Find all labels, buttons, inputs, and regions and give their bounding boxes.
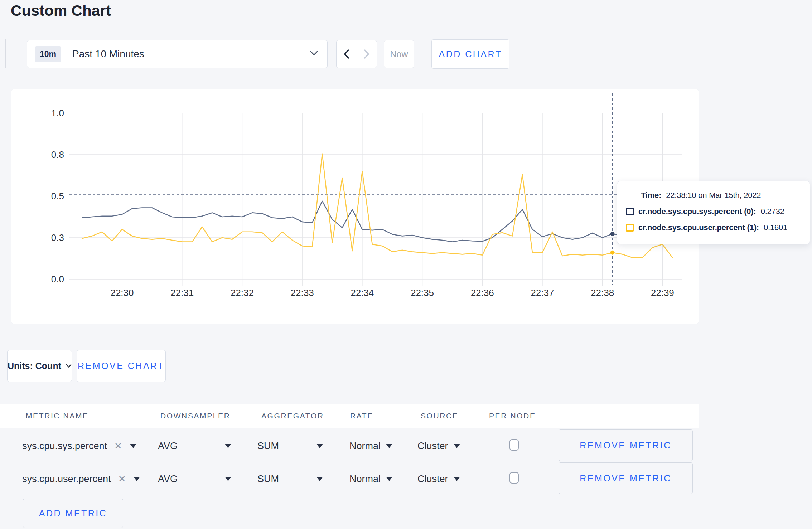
- chevron-down-icon: [386, 477, 392, 481]
- tooltip-series-sys-name: cr.node.sys.cpu.sys.percent (0):: [638, 207, 756, 216]
- units-label: Units: Count: [8, 361, 61, 371]
- rate-select[interactable]: Normal: [349, 462, 392, 495]
- add-metric-button[interactable]: ADD METRIC: [23, 499, 123, 528]
- metric-name-value: sys.cpu.user.percent: [22, 474, 111, 485]
- table-row: sys.cpu.sys.percent ✕ AVG SUM Normal Clu…: [0, 429, 699, 462]
- chevron-down-icon: [225, 444, 231, 448]
- tooltip-time-value: 22:38:10 on Mar 15th, 2022: [666, 191, 761, 200]
- chevron-left-icon: [344, 49, 349, 59]
- col-header-aggregator: AGGREGATOR: [261, 412, 324, 420]
- remove-metric-button[interactable]: REMOVE METRIC: [559, 429, 693, 461]
- tooltip-time-label: Time:: [641, 191, 661, 200]
- time-range-dropdown[interactable]: 10m Past 10 Minutes: [27, 40, 328, 68]
- svg-text:22:37: 22:37: [531, 287, 554, 298]
- remove-chart-button[interactable]: REMOVE CHART: [77, 350, 166, 382]
- col-header-downsampler: DOWNSAMPLER: [160, 412, 230, 420]
- series-user-legend-swatch: [626, 224, 634, 232]
- chevron-down-icon: [66, 364, 72, 368]
- svg-text:1.0: 1.0: [51, 108, 64, 118]
- svg-text:0.0: 0.0: [51, 274, 64, 285]
- tooltip-series-sys-value: 0.2732: [761, 207, 784, 216]
- downsampler-value: AVG: [158, 474, 178, 485]
- metric-name-select[interactable]: sys.cpu.user.percent ✕: [22, 462, 140, 495]
- col-header-metric-name: METRIC NAME: [26, 412, 89, 420]
- aggregator-value: SUM: [257, 441, 279, 452]
- remove-metric-button[interactable]: REMOVE METRIC: [559, 462, 693, 494]
- add-chart-button[interactable]: ADD CHART: [431, 39, 509, 69]
- clear-metric-icon[interactable]: ✕: [114, 441, 122, 452]
- chevron-right-icon: [364, 49, 369, 59]
- chevron-down-icon: [386, 444, 392, 448]
- svg-text:22:31: 22:31: [170, 287, 194, 298]
- svg-text:22:34: 22:34: [351, 287, 374, 298]
- chevron-down-icon: [454, 477, 460, 481]
- cpu-chart-svg[interactable]: 22:3022:3122:3222:3322:3422:3522:3622:37…: [11, 89, 700, 325]
- col-header-rate: RATE: [350, 412, 373, 420]
- chevron-down-icon[interactable]: [134, 477, 140, 481]
- page-title: Custom Chart: [11, 2, 111, 19]
- time-range-badge: 10m: [35, 46, 61, 62]
- metrics-table-header: METRIC NAME DOWNSAMPLER AGGREGATOR RATE …: [0, 404, 699, 428]
- rate-value: Normal: [349, 474, 381, 485]
- chevron-down-icon: [310, 51, 318, 57]
- col-header-per-node: PER NODE: [489, 412, 536, 420]
- metric-name-select[interactable]: sys.cpu.sys.percent ✕: [22, 429, 136, 462]
- svg-text:22:33: 22:33: [291, 287, 314, 298]
- svg-text:0.8: 0.8: [51, 149, 64, 160]
- downsampler-select[interactable]: AVG: [158, 429, 231, 462]
- chart-card: 22:3022:3122:3222:3322:3422:3522:3622:37…: [11, 89, 699, 324]
- per-node-checkbox[interactable]: [509, 439, 519, 451]
- now-button[interactable]: Now: [384, 40, 414, 68]
- source-value: Cluster: [417, 441, 448, 452]
- table-row: sys.cpu.user.percent ✕ AVG SUM Normal Cl…: [0, 462, 699, 495]
- svg-text:0.3: 0.3: [51, 232, 64, 243]
- toolbar-divider: [5, 39, 6, 68]
- tooltip-series-user-value: 0.1601: [764, 223, 787, 232]
- rate-value: Normal: [349, 441, 381, 452]
- svg-text:0.5: 0.5: [51, 191, 64, 202]
- clear-metric-icon[interactable]: ✕: [118, 474, 126, 485]
- metric-name-value: sys.cpu.sys.percent: [22, 441, 107, 452]
- chevron-down-icon[interactable]: [130, 444, 136, 448]
- svg-text:22:32: 22:32: [231, 287, 254, 298]
- chevron-down-icon: [316, 477, 323, 481]
- source-select[interactable]: Cluster: [417, 429, 460, 462]
- rate-select[interactable]: Normal: [349, 429, 392, 462]
- chevron-down-icon: [316, 444, 323, 448]
- svg-text:22:38: 22:38: [591, 287, 614, 298]
- chevron-down-icon: [225, 477, 231, 481]
- svg-text:22:39: 22:39: [651, 287, 674, 298]
- col-header-source: SOURCE: [421, 412, 458, 420]
- time-nav-group: [336, 40, 377, 68]
- source-select[interactable]: Cluster: [417, 462, 460, 495]
- downsampler-select[interactable]: AVG: [158, 462, 231, 495]
- time-range-label: Past 10 Minutes: [72, 48, 144, 60]
- tooltip-series-user-name: cr.node.sys.cpu.user.percent (1):: [638, 223, 759, 232]
- svg-text:22:30: 22:30: [110, 287, 134, 298]
- series-sys-legend-swatch: [626, 208, 634, 215]
- aggregator-select[interactable]: SUM: [257, 462, 323, 495]
- prev-timeframe-button[interactable]: [337, 40, 357, 68]
- chart-tooltip: Time: 22:38:10 on Mar 15th, 2022 cr.node…: [617, 181, 810, 244]
- next-timeframe-button[interactable]: [357, 40, 377, 68]
- downsampler-value: AVG: [158, 441, 178, 452]
- source-value: Cluster: [417, 474, 448, 485]
- aggregator-select[interactable]: SUM: [257, 429, 323, 462]
- svg-text:22:36: 22:36: [471, 287, 494, 298]
- aggregator-value: SUM: [257, 474, 279, 485]
- units-dropdown[interactable]: Units: Count: [7, 350, 72, 382]
- chevron-down-icon: [454, 444, 460, 448]
- svg-text:22:35: 22:35: [411, 287, 434, 298]
- per-node-checkbox[interactable]: [509, 472, 519, 484]
